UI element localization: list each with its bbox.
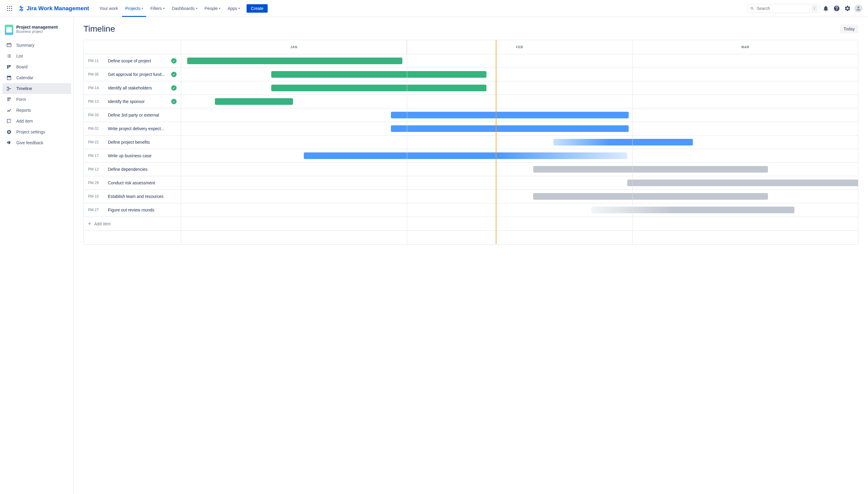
search-input-wrapper[interactable]: / [747, 4, 820, 13]
sidebar-item-settings[interactable]: Project settings [2, 127, 71, 137]
timeline-bar[interactable] [533, 166, 768, 173]
sidebar-label: List [16, 54, 23, 58]
done-check-icon: ✓ [171, 72, 177, 77]
button-label: Today [844, 26, 855, 31]
sidebar-item-feedback[interactable]: Give feedback [2, 137, 71, 148]
timeline-bar[interactable] [187, 58, 402, 64]
timeline-bar[interactable] [391, 125, 628, 132]
calendar-icon [6, 75, 12, 80]
sidebar-item-summary[interactable]: Summary [2, 40, 71, 51]
timeline-row[interactable]: PM-27Figure out review rounds [84, 203, 858, 217]
sidebar-item-form[interactable]: Form [2, 94, 71, 105]
list-icon [6, 53, 12, 59]
nav-your-work[interactable]: Your work [96, 4, 121, 13]
timeline-row[interactable]: PM-17Write up business case [84, 149, 858, 163]
timeline-row[interactable]: PM-29Conduct risk assessment [84, 176, 858, 190]
timeline-row[interactable]: PM-13Identify the sponsor✓ [84, 95, 858, 109]
timeline-bar[interactable] [391, 112, 628, 118]
issue-title[interactable]: Identify all stakeholders [108, 86, 168, 90]
svg-point-3 [7, 8, 8, 9]
help-icon[interactable] [832, 4, 842, 13]
app-switcher-icon[interactable] [5, 4, 15, 13]
issue-title[interactable]: Get approval for project fund... [108, 72, 168, 77]
sidebar-item-timeline[interactable]: Timeline [2, 83, 71, 94]
product-logo[interactable]: Jira Work Management [16, 5, 92, 12]
timeline-row[interactable]: PM-33Define 3rd party or external [84, 109, 858, 122]
issue-key[interactable]: PM-10 [88, 194, 104, 198]
timeline-row[interactable]: PM-14Identify all stakeholders✓ [84, 81, 858, 95]
issue-title[interactable]: Define scope of project [108, 58, 168, 63]
issue-title[interactable]: Identify the sponsor [108, 99, 168, 104]
done-check-icon: ✓ [171, 58, 177, 63]
nav-apps[interactable]: Apps▾ [224, 4, 243, 13]
nav-label: Your work [99, 6, 118, 11]
timeline-bar[interactable] [533, 193, 768, 200]
sidebar-label: Reports [16, 108, 31, 113]
issue-key[interactable]: PM-14 [88, 86, 104, 90]
nav-people[interactable]: People▾ [202, 4, 224, 13]
timeline-row-track [181, 176, 858, 189]
timeline-row[interactable]: PM-12Define dependencies [84, 163, 858, 176]
add-item-row[interactable]: +Add item [84, 217, 858, 231]
timeline-bar[interactable] [271, 84, 486, 91]
issue-key[interactable]: PM-13 [88, 99, 104, 103]
svg-point-4 [9, 8, 10, 9]
issue-title[interactable]: Conduct risk assessment [108, 180, 177, 185]
nav-filters[interactable]: Filters▾ [147, 4, 168, 13]
issue-title[interactable]: Define dependencies [108, 167, 177, 172]
issue-title[interactable]: Write project delivery expect... [108, 126, 177, 131]
timeline-row[interactable]: PM-10Establish team and resources [84, 190, 858, 203]
sidebar-item-list[interactable]: List [2, 51, 71, 61]
timeline-row-info: PM-14Identify all stakeholders✓ [84, 81, 181, 95]
issue-key[interactable]: PM-32 [88, 127, 104, 131]
timeline-bar[interactable] [215, 98, 293, 105]
issue-title[interactable]: Figure out review rounds [108, 208, 177, 212]
sidebar-item-board[interactable]: Board [2, 61, 71, 72]
timeline-bar[interactable] [271, 71, 486, 78]
add-item-cell[interactable]: +Add item [84, 217, 181, 230]
timeline-row-track [181, 122, 858, 135]
timeline-row[interactable]: PM-22Define project benefits [84, 136, 858, 149]
issue-key[interactable]: PM-17 [88, 154, 104, 158]
timeline-row[interactable]: PM-35Get approval for project fund...✓ [84, 68, 858, 81]
nav-projects[interactable]: Projects▾ [122, 4, 146, 13]
project-header[interactable]: Project management Business project [2, 23, 71, 40]
create-button[interactable]: Create [246, 4, 267, 13]
timeline-bar[interactable] [553, 139, 693, 146]
issue-key[interactable]: PM-29 [88, 181, 104, 185]
timeline-bar[interactable] [304, 152, 627, 159]
issue-key[interactable]: PM-22 [88, 140, 104, 144]
issue-title[interactable]: Define project benefits [108, 140, 177, 145]
project-name: Project management [16, 25, 58, 30]
issue-title[interactable]: Write up business case [108, 153, 177, 158]
timeline-row-info: PM-22Define project benefits [84, 136, 181, 149]
timeline-month-header: JANFEBMAR [181, 40, 858, 54]
timeline-bar[interactable] [627, 179, 858, 186]
timeline-row-track [181, 81, 858, 95]
project-sidebar: Project management Business project Summ… [0, 17, 74, 494]
today-button[interactable]: Today [840, 25, 858, 33]
chevron-down-icon: ▾ [163, 7, 165, 10]
issue-key[interactable]: PM-12 [88, 167, 104, 171]
timeline-bar[interactable] [591, 207, 794, 213]
timeline-row[interactable]: PM-32Write project delivery expect... [84, 122, 858, 136]
nav-label: People [205, 6, 218, 11]
issue-title[interactable]: Define 3rd party or external [108, 113, 177, 117]
nav-dashboards[interactable]: Dashboards▾ [169, 4, 200, 13]
search-input[interactable] [757, 6, 810, 11]
sidebar-label: Calendar [16, 75, 34, 80]
settings-icon[interactable] [843, 4, 852, 13]
issue-title[interactable]: Establish team and resources [108, 194, 177, 199]
profile-avatar[interactable] [853, 4, 863, 13]
sidebar-item-calendar[interactable]: Calendar [2, 72, 71, 83]
sidebar-item-add[interactable]: Add item [2, 116, 71, 127]
issue-key[interactable]: PM-35 [88, 72, 104, 77]
issue-key[interactable]: PM-11 [88, 59, 104, 63]
issue-key[interactable]: PM-33 [88, 113, 104, 117]
product-name: Jira Work Management [26, 5, 89, 12]
issue-key[interactable]: PM-27 [88, 208, 104, 212]
timeline-row[interactable]: PM-11Define scope of project✓ [84, 54, 858, 68]
timeline-row-info: PM-13Identify the sponsor✓ [84, 95, 181, 108]
notifications-icon[interactable] [821, 4, 831, 13]
sidebar-item-reports[interactable]: Reports [2, 105, 71, 116]
